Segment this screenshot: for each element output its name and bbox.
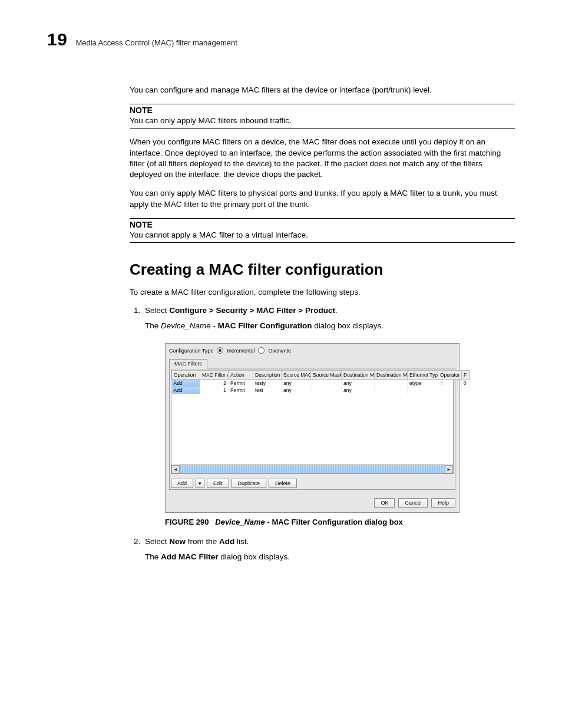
rule: [130, 128, 515, 129]
step2-substep: The Add MAC Filter dialog box displays.: [145, 552, 515, 562]
note-text: You cannot apply a MAC filter to a virtu…: [130, 230, 515, 241]
rule: [130, 242, 515, 243]
t: -: [211, 321, 218, 330]
col-operator[interactable]: Operator: [438, 371, 462, 380]
content-column: You can configure and manage MAC filters…: [130, 85, 515, 563]
col-source-mac[interactable]: Source MAC: [282, 371, 311, 380]
table-row[interactable]: Add 1 Permit test any any: [172, 387, 470, 394]
cancel-button[interactable]: Cancel: [398, 498, 428, 508]
grid-header: Operation MAC Filter # Action Descriptio…: [171, 370, 470, 394]
cell-etype[interactable]: etype: [408, 380, 438, 387]
col-frame[interactable]: F: [462, 371, 470, 380]
cell-action[interactable]: Permit: [229, 387, 253, 394]
radio-overwrite-label: Overwrite: [268, 348, 291, 354]
cell-action[interactable]: Permit: [229, 380, 253, 387]
col-dest-mask[interactable]: Destination M...: [375, 371, 408, 380]
tab-mac-filters[interactable]: MAC Filters: [169, 359, 207, 368]
cell-src[interactable]: any: [282, 380, 311, 387]
radio-incremental[interactable]: [217, 347, 223, 354]
cell-dst[interactable]: any: [342, 387, 375, 394]
note-block-1: NOTE You can only apply MAC filters inbo…: [130, 104, 515, 129]
cell-operation[interactable]: Add: [172, 387, 200, 394]
paragraph-3: You can only apply MAC filters to physic…: [130, 188, 515, 209]
cell-operator[interactable]: =: [438, 380, 462, 387]
col-ethernet-type[interactable]: Ethernet Type: [408, 371, 438, 380]
step2-new: New: [169, 537, 186, 546]
t: dialog box displays.: [312, 321, 384, 330]
step1-path: Configure > Security > MAC Filter > Prod…: [169, 306, 335, 315]
col-description[interactable]: Description: [253, 371, 282, 380]
figure-caption: FIGURE 290 Device_Name - MAC Filter Conf…: [165, 518, 515, 526]
scroll-track[interactable]: [180, 465, 445, 474]
mac-filter-grid: Operation MAC Filter # Action Descriptio…: [171, 370, 454, 474]
col-source-mask[interactable]: Source Mask: [311, 371, 342, 380]
edit-button[interactable]: Edit: [207, 479, 229, 488]
step-1: Select Configure > Security > MAC Filter…: [143, 306, 515, 526]
add-dropdown-button[interactable]: ▾: [196, 479, 204, 488]
cell-smask[interactable]: [311, 380, 342, 387]
page-header: 19 Media Access Control (MAC) filter man…: [47, 29, 515, 50]
tab-strip: MAC Filters: [169, 357, 455, 368]
cell-smask[interactable]: [311, 387, 342, 394]
rule: [130, 104, 515, 104]
cell-operator[interactable]: [438, 387, 462, 394]
paragraph-intro: You can configure and manage MAC filters…: [130, 85, 515, 95]
add-mac-filter-dialog-name: Add MAC Filter: [161, 552, 219, 561]
col-dest-mac[interactable]: Destination M...: [342, 371, 375, 380]
radio-overwrite[interactable]: [258, 347, 265, 354]
t: from the: [186, 537, 219, 546]
steps-list: Select Configure > Security > MAC Filter…: [130, 306, 515, 562]
col-action[interactable]: Action: [229, 371, 253, 380]
horizontal-scrollbar[interactable]: ◄ ►: [171, 465, 453, 473]
tab-content: Operation MAC Filter # Action Descriptio…: [169, 368, 455, 490]
ok-button[interactable]: OK: [374, 498, 395, 508]
cell-dmask[interactable]: [375, 387, 408, 394]
dialog-name: MAC Filter Configuration: [218, 321, 312, 330]
paragraph-2: When you configure MAC filters on a devi…: [130, 137, 515, 180]
note-heading: NOTE: [130, 220, 515, 229]
page: 19 Media Access Control (MAC) filter man…: [0, 0, 562, 728]
section-intro: To create a MAC filter configuration, co…: [130, 287, 515, 298]
scroll-left-icon[interactable]: ◄: [171, 465, 180, 473]
config-type-label: Configuration Type: [169, 348, 213, 354]
t: The: [145, 321, 161, 330]
running-title: Media Access Control (MAC) filter manage…: [75, 38, 237, 47]
cell-desc[interactable]: test: [253, 387, 282, 394]
cell-frame[interactable]: [462, 387, 470, 394]
cell-num[interactable]: 2: [200, 380, 229, 387]
t: list.: [234, 537, 249, 546]
col-mac-filter-num[interactable]: MAC Filter #: [200, 371, 229, 380]
step-2: Select New from the Add list. The Add MA…: [143, 537, 515, 562]
t: dialog box displays.: [219, 552, 290, 561]
figure-number: FIGURE 290: [165, 518, 209, 526]
t: Select: [145, 537, 169, 546]
chapter-number: 19: [47, 29, 67, 50]
cell-frame[interactable]: 0: [462, 380, 470, 387]
cell-src[interactable]: any: [282, 387, 311, 394]
rule: [130, 218, 515, 219]
help-button[interactable]: Help: [431, 498, 455, 508]
t: The: [145, 552, 161, 561]
cell-operation[interactable]: Add: [172, 380, 200, 387]
cell-dst[interactable]: any: [342, 380, 375, 387]
radio-incremental-label: Incremental: [227, 348, 254, 354]
cell-desc[interactable]: testy: [253, 380, 282, 387]
cell-etype[interactable]: [408, 387, 438, 394]
scroll-right-icon[interactable]: ►: [445, 465, 453, 473]
cell-num[interactable]: 1: [200, 387, 229, 394]
cell-dmask[interactable]: [375, 380, 408, 387]
col-operation[interactable]: Operation: [172, 371, 200, 380]
radio-dot-icon: [219, 349, 222, 352]
section-title: Creating a MAC filter configuration: [130, 261, 515, 279]
add-button[interactable]: Add: [171, 479, 193, 488]
figure-290: Configuration Type Incremental Overwrite…: [165, 343, 515, 513]
delete-button[interactable]: Delete: [269, 479, 297, 488]
table-row[interactable]: Add 2 Permit testy any any etype: [172, 380, 470, 387]
step1-text-a: Select: [145, 306, 169, 315]
step2-add: Add: [219, 537, 234, 546]
header-row: Operation MAC Filter # Action Descriptio…: [172, 371, 470, 380]
figure-device-name: Device_Name: [215, 518, 265, 526]
grid-empty-area: [171, 394, 453, 465]
device-name-var: Device_Name: [161, 321, 211, 330]
duplicate-button[interactable]: Duplicate: [232, 479, 267, 488]
